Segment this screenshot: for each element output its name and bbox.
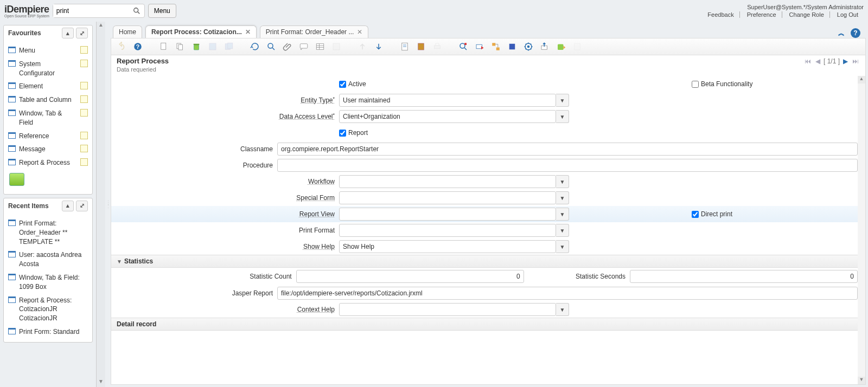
scroll-down-icon[interactable]: ▼ [858, 377, 865, 384]
dp-input[interactable] [692, 211, 699, 218]
export-icon[interactable] [539, 41, 551, 53]
scroll-up-icon[interactable]: ▲ [858, 76, 865, 83]
collapse-all-icon[interactable]: ︽ [837, 28, 846, 38]
next-record-icon[interactable]: ▶ [842, 57, 849, 65]
report-input[interactable] [339, 130, 346, 137]
dropdown-icon[interactable]: ▼ [556, 208, 569, 221]
dal-input[interactable] [339, 110, 556, 123]
scroll-down-icon[interactable]: ▼ [97, 378, 105, 387]
fav-item-tablecol[interactable]: Table and Column [8, 93, 88, 107]
link-change-role[interactable]: Change Role [784, 11, 830, 18]
close-icon[interactable]: ✕ [357, 28, 362, 36]
first-record-icon[interactable]: ⏮ [803, 57, 812, 65]
rec-expand-button[interactable]: ⤢ [76, 201, 88, 211]
jr-input[interactable] [277, 287, 858, 300]
search-input[interactable] [53, 4, 129, 17]
copy-icon[interactable] [174, 41, 186, 53]
pf-input[interactable] [339, 224, 556, 237]
fav-item-element[interactable]: Element [8, 80, 88, 93]
svg-rect-19 [333, 43, 340, 50]
rec-item[interactable]: Print Format: Order_Header ** TEMPLATE *… [8, 217, 88, 248]
class-input[interactable] [277, 143, 858, 156]
close-icon[interactable]: ✕ [245, 28, 251, 36]
detail-header[interactable]: Detail record [111, 318, 858, 331]
search-icon [133, 7, 141, 15]
help-button[interactable]: ? [132, 41, 144, 53]
fav-item-message[interactable]: Message [8, 143, 88, 156]
form-scrollbar[interactable]: ▲ ▼ [858, 76, 865, 384]
rec-item[interactable]: User: aacosta Andrea Acosta [8, 248, 88, 271]
rec-item[interactable]: Report & Process: CotizacionJR Cotizacio… [8, 294, 88, 325]
wf-input[interactable] [339, 175, 556, 188]
sh-input[interactable] [339, 240, 556, 253]
rec-item[interactable]: Window, Tab & Field: 1099 Box [8, 271, 88, 294]
fav-item-report[interactable]: Report & Process [8, 156, 88, 170]
fav-collapse-button[interactable]: ▴ [62, 28, 74, 38]
rv-label: Report View [111, 210, 339, 218]
entity-type-input[interactable] [339, 94, 556, 107]
form-scroll[interactable]: Active Beta Functionality Entity Type ▼ … [111, 76, 865, 384]
detail-icon[interactable] [373, 41, 385, 53]
sf-input[interactable] [339, 191, 556, 204]
chat-icon[interactable] [298, 41, 310, 53]
report-checkbox[interactable]: Report [339, 129, 368, 137]
rec-collapse-button[interactable]: ▴ [62, 201, 74, 211]
link-preference[interactable]: Preference [742, 11, 782, 18]
print-icon [431, 41, 443, 53]
tab-print-format[interactable]: Print Format: Order_Header ...✕ [260, 25, 369, 38]
new-icon[interactable] [158, 41, 170, 53]
fav-item-menu[interactable]: Menu [8, 44, 88, 57]
request-icon[interactable] [474, 41, 486, 53]
dropdown-icon[interactable]: ▼ [556, 224, 569, 237]
archive-icon[interactable] [415, 41, 427, 53]
process-icon[interactable] [522, 41, 534, 53]
ch-input[interactable] [339, 303, 556, 316]
fav-item-sysconf[interactable]: System Configurator [8, 57, 88, 80]
rec-item[interactable]: Print Form: Standard [8, 325, 88, 339]
grid-icon[interactable] [314, 41, 326, 53]
menu-button[interactable]: Menu [148, 4, 176, 18]
dropdown-icon[interactable]: ▼ [556, 110, 569, 123]
tab-report-process[interactable]: Report Process: Cotizacion...✕ [145, 25, 257, 38]
rv-input[interactable] [339, 208, 556, 221]
dropdown-icon[interactable]: ▼ [556, 191, 569, 204]
proc-input[interactable] [277, 159, 858, 172]
trash-icon[interactable] [9, 173, 24, 186]
report-icon[interactable] [399, 41, 411, 53]
prev-record-icon[interactable]: ◀ [814, 57, 821, 65]
dropdown-icon[interactable]: ▼ [556, 303, 569, 316]
fav-item-wtf[interactable]: Window, Tab & Field [8, 107, 88, 130]
dropdown-icon[interactable]: ▼ [556, 94, 569, 107]
beta-input[interactable] [692, 81, 699, 88]
last-record-icon[interactable]: ⏭ [851, 57, 860, 65]
link-feedback[interactable]: Feedback [702, 11, 739, 18]
help-icon[interactable]: ? [851, 28, 860, 38]
dp-checkbox[interactable]: Direct print [692, 210, 732, 218]
window-icon [8, 60, 16, 67]
note-icon [80, 82, 88, 89]
product-icon[interactable] [506, 41, 518, 53]
import-icon[interactable] [555, 41, 567, 53]
tab-home[interactable]: Home [113, 25, 142, 38]
active-checkbox[interactable]: Active [339, 80, 366, 88]
find-icon[interactable] [265, 41, 277, 53]
scroll-up-icon[interactable]: ▲ [97, 22, 105, 30]
chevron-down-icon: ▼ [117, 259, 122, 265]
stats-title: Statistics [124, 257, 153, 265]
fav-expand-button[interactable]: ⤢ [76, 28, 88, 38]
zoom-icon[interactable] [457, 41, 469, 53]
attach-icon[interactable] [282, 41, 293, 53]
refresh-icon[interactable] [249, 41, 261, 53]
link-logout[interactable]: Log Out [832, 11, 864, 18]
fav-item-reference[interactable]: Reference [8, 130, 88, 143]
dropdown-icon[interactable]: ▼ [556, 175, 569, 188]
svg-line-1 [138, 12, 140, 14]
left-scrollbar[interactable]: ▲ ▼ [97, 22, 105, 387]
dropdown-icon[interactable]: ▼ [556, 240, 569, 253]
active-input[interactable] [339, 81, 346, 88]
beta-checkbox[interactable]: Beta Functionality [692, 80, 752, 88]
workflow-icon[interactable] [490, 41, 502, 53]
statistics-header[interactable]: ▼Statistics [111, 255, 858, 268]
search-button[interactable] [129, 4, 144, 17]
delete-icon[interactable] [190, 41, 202, 53]
